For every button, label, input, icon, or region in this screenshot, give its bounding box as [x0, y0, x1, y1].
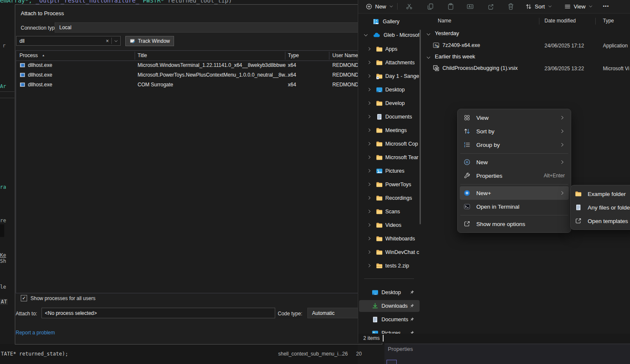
sidebar-item-recordings[interactable]: Recordings: [359, 192, 420, 204]
chevron-right-icon[interactable]: [367, 209, 372, 215]
sidebar-item-microsoft-cop[interactable]: Microsoft Cop: [359, 138, 420, 150]
sidebar-item-documents[interactable]: Documents: [359, 111, 420, 123]
breadcrumb-symbol[interactable]: shell_context_sub_menu_i...: [278, 351, 343, 357]
new-button[interactable]: New: [362, 1, 397, 11]
properties-thumbnail[interactable]: [387, 360, 397, 364]
menu-item-properties[interactable]: Properties Alt+Enter: [460, 169, 569, 182]
sidebar-item-windevchat[interactable]: WinDevChat c: [359, 246, 420, 258]
sidebar-item-microsoft-tear[interactable]: Microsoft Tear: [359, 152, 420, 163]
rename-button[interactable]: [464, 1, 476, 11]
group-label: Earlier this week: [435, 53, 475, 60]
column-divider[interactable]: [539, 18, 539, 25]
view-button[interactable]: View: [564, 1, 593, 11]
chevron-right-icon[interactable]: [367, 223, 372, 229]
column-type[interactable]: Type: [603, 18, 614, 24]
share-button[interactable]: [485, 1, 497, 11]
sidebar-item-scans[interactable]: Scans: [359, 206, 420, 218]
column-divider[interactable]: [135, 52, 135, 60]
folder-icon: [376, 154, 383, 162]
sidebar-item-pictures[interactable]: Pictures: [359, 165, 420, 177]
chevron-right-icon: [560, 115, 565, 120]
chevron-right-icon[interactable]: [367, 263, 372, 269]
chevron-right-icon[interactable]: [367, 47, 372, 52]
chevron-right-icon[interactable]: [367, 101, 372, 107]
folder-icon: [376, 222, 383, 230]
sidebar-item-apps[interactable]: Apps: [359, 43, 420, 55]
column-user-name[interactable]: User Name: [332, 52, 358, 58]
chevron-right-icon[interactable]: [367, 182, 372, 188]
column-name[interactable]: Name: [438, 18, 451, 24]
menu-item-label: Open in Terminal: [476, 204, 565, 210]
sidebar-item-label: Microsoft Tear: [385, 154, 418, 160]
sidebar-item-meetings[interactable]: Meetings: [359, 124, 420, 136]
process-row[interactable]: dllhost.exe Microsoft.PowerToys.NewPlusC…: [16, 70, 381, 80]
process-filter-input[interactable]: dll ×: [16, 36, 121, 46]
filter-dropdown-icon[interactable]: [112, 39, 120, 43]
cut-button[interactable]: [403, 1, 415, 11]
column-process[interactable]: Process: [19, 52, 38, 58]
sidebar-item-gallery[interactable]: Gallery: [359, 16, 420, 28]
attach-to-field[interactable]: <No process selected>: [41, 308, 275, 318]
submenu-item-open-templates[interactable]: Open templates: [572, 214, 630, 228]
report-a-problem-link[interactable]: Report a problem: [16, 330, 55, 336]
sidebar-pinned-desktop[interactable]: Desktop: [359, 287, 420, 298]
column-type[interactable]: Type: [288, 52, 299, 58]
chevron-right-icon[interactable]: [367, 250, 372, 256]
clear-filter-icon[interactable]: ×: [103, 38, 111, 44]
chevron-right-icon[interactable]: [367, 155, 372, 161]
wrench-icon: [464, 172, 470, 179]
chevron-right-icon[interactable]: [367, 168, 372, 174]
menu-item-sort-by[interactable]: Sort by: [460, 124, 569, 138]
chevron-right-icon[interactable]: [367, 74, 372, 80]
chevron-right-icon[interactable]: [367, 141, 372, 147]
menu-item-show-more-options[interactable]: Show more options: [460, 217, 569, 231]
sidebar-item-onedrive[interactable]: Gleb - Microsoft: [359, 29, 420, 41]
sidebar-item-develop[interactable]: Develop: [359, 97, 420, 109]
menu-item-new[interactable]: New: [460, 155, 569, 169]
chevron-down-icon[interactable]: [363, 33, 368, 39]
sidebar-item-videos[interactable]: Videos: [359, 219, 420, 231]
sidebar-item-desktop[interactable]: Desktop: [359, 84, 420, 96]
process-row[interactable]: dllhost.exe Microsoft.WindowsTerminal_1.…: [16, 61, 381, 70]
delete-button[interactable]: [505, 1, 517, 11]
sidebar-item-whiteboards[interactable]: Whiteboards: [359, 233, 420, 245]
column-divider[interactable]: [329, 52, 329, 60]
chevron-right-icon[interactable]: [367, 87, 372, 93]
sidebar-item-attachments[interactable]: Attachments: [359, 57, 420, 69]
sidebar-pinned-downloads[interactable]: Downloads: [359, 300, 420, 312]
sidebar-item-powertoys[interactable]: PowerToys: [359, 179, 420, 190]
checkbox-checked-icon[interactable]: ✓: [21, 295, 27, 301]
sidebar-pinned-documents[interactable]: Documents: [359, 314, 420, 325]
chevron-down-icon[interactable]: [426, 54, 431, 62]
paste-button[interactable]: [445, 1, 456, 11]
track-window-button[interactable]: Track Window: [125, 36, 174, 46]
file-date: 23/06/2025 13:22: [544, 66, 584, 72]
column-date-modified[interactable]: Date modified: [544, 18, 576, 24]
chevron-right-icon[interactable]: [367, 196, 372, 201]
submenu-item-any-files[interactable]: Any files or folde: [572, 201, 630, 214]
process-row[interactable]: dllhost.exe COM Surrogate x64 REDMOND: [16, 80, 381, 90]
menu-item-open-in-terminal[interactable]: Open in Terminal: [460, 200, 569, 213]
chevron-right-icon[interactable]: [367, 236, 372, 242]
submenu-item-example-folder[interactable]: Example folder: [572, 187, 630, 201]
chevron-right-icon[interactable]: [367, 114, 372, 120]
sidebar-item-tests-zip[interactable]: tests 2.zip: [359, 260, 420, 272]
show-all-users-row[interactable]: ✓ Show processes for all users: [21, 295, 95, 301]
chevron-right-icon[interactable]: [367, 60, 372, 66]
connection-type-combobox[interactable]: Local: [55, 22, 381, 33]
sidebar-item-label: Microsoft Cop: [385, 141, 418, 147]
sort-button[interactable]: Sort: [525, 1, 552, 11]
chevron-right-icon[interactable]: [367, 128, 372, 134]
menu-item-view[interactable]: View: [460, 111, 569, 124]
more-options-icon[interactable]: •••: [603, 3, 609, 8]
chevron-down-icon[interactable]: [426, 31, 431, 39]
menu-separator: [460, 215, 568, 215]
sidebar-scrollbar[interactable]: [420, 30, 421, 224]
column-divider[interactable]: [285, 52, 285, 60]
column-title[interactable]: Title: [138, 52, 147, 58]
menu-item-group-by[interactable]: Group by: [460, 138, 569, 152]
sidebar-item-day1[interactable]: Day 1 - Sangee: [359, 70, 420, 82]
copy-button[interactable]: [424, 1, 436, 11]
column-divider[interactable]: [595, 18, 596, 25]
menu-item-new-plus[interactable]: New+: [460, 186, 569, 200]
